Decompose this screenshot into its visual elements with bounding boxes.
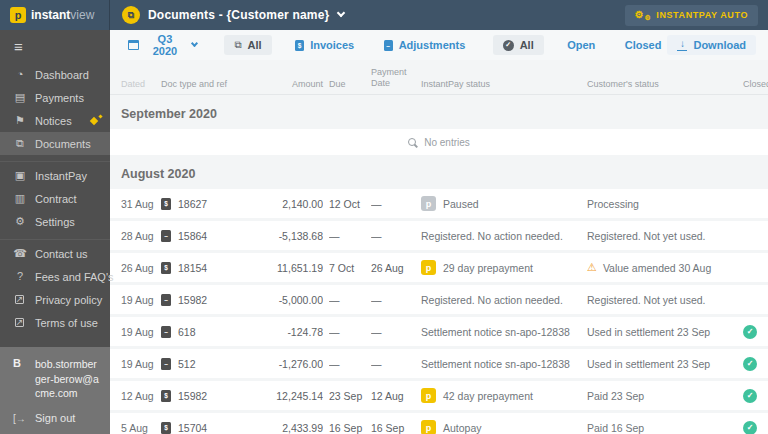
row-doc-ref: $18154 (161, 262, 261, 274)
status-filter-open[interactable]: Open (561, 35, 601, 55)
sidebar-item-terms-of-use[interactable]: ↗Terms of use (0, 311, 110, 334)
type-filter-invoices[interactable]: $ Invoices (289, 35, 360, 55)
row-due: — (329, 294, 365, 306)
section-title-august: August 2020 (110, 155, 768, 189)
row-customer-status: Used in settlement 23 Sep (587, 358, 737, 370)
sidebar-item-notices[interactable]: ⚑Notices (0, 109, 110, 132)
sidebar-item-label: Documents (35, 138, 91, 150)
status-filter-all[interactable]: ✓ All (493, 35, 544, 55)
sidebar-item-fees-and-faq-s[interactable]: ?Fees and FAQ's (0, 265, 110, 288)
documents-icon: ⧉ (13, 138, 27, 149)
settings-icon: ⚙ (13, 216, 27, 227)
instantpay-gray-p-icon: p (421, 196, 436, 211)
sidebar-item-instantpay[interactable]: ▣InstantPay (0, 164, 110, 187)
row-dated: 19 Aug (121, 294, 155, 306)
gears-icon: ⚙⚙ (635, 10, 651, 21)
chevron-down-icon (191, 40, 198, 47)
contract-icon: ▥ (13, 193, 27, 204)
row-ref: 18627 (178, 198, 207, 210)
row-due: — (329, 230, 365, 242)
type-filter-adjustments-label: Adjustments (399, 39, 466, 51)
row-amount: -5,138.68 (267, 230, 323, 242)
row-customer-status: Paid 23 Sep (587, 390, 737, 402)
external-link-icon: ↗ (15, 318, 24, 327)
row-amount: -124.78 (267, 326, 323, 338)
table-row[interactable]: 31 Aug$186272,140.0012 Oct—pPausedProces… (110, 189, 768, 218)
table-row[interactable]: 19 Aug–618-124.78——Settlement notice sn-… (110, 317, 768, 346)
instantpay-auto-button[interactable]: ⚙⚙ INSTANTPAY AUTO (625, 5, 758, 26)
row-due: — (329, 326, 365, 338)
row-ref: 618 (178, 326, 196, 338)
row-customer-status: Used in settlement 23 Sep (587, 326, 737, 338)
payments-icon: ▤ (13, 92, 27, 103)
instantpay-yellow-p-icon: p (421, 420, 436, 434)
download-button[interactable]: ↓ Download (667, 35, 756, 55)
row-amount: 2,140.00 (267, 198, 323, 210)
header-instantpay-status: InstantPay status (421, 79, 581, 89)
invoice-file-icon: $ (161, 422, 171, 434)
table-row[interactable]: 26 Aug$1815411,651.197 Oct26 Augp29 day … (110, 253, 768, 282)
adjustment-file-icon: – (384, 40, 393, 51)
row-dated: 5 Aug (121, 422, 155, 434)
row-instantpay-status: pPaused (421, 196, 581, 211)
invoice-file-icon: $ (161, 198, 171, 210)
row-doc-ref: –512 (161, 358, 261, 370)
sidebar-item-settings[interactable]: ⚙Settings (0, 210, 110, 233)
row-dated: 12 Aug (121, 390, 155, 402)
dashboard-icon: ◔ (13, 69, 27, 80)
table-row[interactable]: 19 Aug–512-1,276.00——Settlement notice s… (110, 349, 768, 378)
brand-logo[interactable]: p instantview (0, 0, 110, 30)
row-amount: 12,245.14 (267, 390, 323, 402)
sidebar-item-contact-us[interactable]: ☎Contact us (0, 242, 110, 265)
header-payment-date: Payment Date (371, 67, 415, 90)
header-doc-type: Doc type and ref (161, 79, 261, 89)
avatar: B (13, 357, 27, 400)
app-window: p instantview ⧉ Documents - {Customer na… (0, 0, 768, 434)
flag-icon: ⚑ (13, 115, 27, 126)
status-filter-open-label: Open (567, 39, 595, 51)
sidebar-item-dashboard[interactable]: ◔Dashboard (0, 63, 110, 86)
row-instantpay-status: pAutopay (421, 420, 581, 434)
sidebar-item-label: Settings (35, 216, 75, 228)
row-ref: 15982 (178, 294, 207, 306)
row-doc-ref: $15704 (161, 422, 261, 434)
status-filter-closed[interactable]: Closed (619, 35, 668, 55)
table-row[interactable]: 5 Aug$157042,433.9916 Sep16 SeppAutopayP… (110, 413, 768, 434)
sidebar-item-contract[interactable]: ▥Contract (0, 187, 110, 210)
row-due: — (329, 358, 365, 370)
period-label: Q3 2020 (145, 33, 186, 57)
header-amount: Amount (267, 79, 323, 89)
closed-check-icon: ✓ (743, 325, 757, 339)
sidebar-item-privacy-policy[interactable]: ↗Privacy policy (0, 288, 110, 311)
page-title: Documents - {Customer name} (148, 8, 329, 22)
row-ref: 15704 (178, 422, 207, 434)
row-payment-date: 26 Aug (371, 262, 415, 274)
type-filter-invoices-label: Invoices (310, 39, 354, 51)
row-doc-ref: $15982 (161, 390, 261, 402)
row-payment-date: 12 Aug (371, 390, 415, 402)
table-row[interactable]: 28 Aug–15864-5,138.68——Registered. No ac… (110, 221, 768, 250)
row-dated: 28 Aug (121, 230, 155, 242)
sparkles-icon (90, 115, 102, 127)
hamburger-menu-icon[interactable]: ≡ (0, 30, 110, 61)
row-doc-ref: –15864 (161, 230, 261, 242)
type-filter-adjustments[interactable]: – Adjustments (378, 35, 472, 55)
phone-icon: ☎ (13, 248, 27, 259)
brand-logo-icon: p (10, 7, 26, 23)
instantpay-auto-label: INSTANTPAY AUTO (656, 10, 748, 20)
sidebar-item-payments[interactable]: ▤Payments (0, 86, 110, 109)
sidebar-item-label: Contract (35, 193, 77, 205)
copy-icon: ⧉ (234, 39, 241, 51)
instantpay-yellow-p-icon: p (421, 388, 436, 403)
row-instantpay-status: Registered. No action needed. (421, 230, 581, 242)
rows-august: 31 Aug$186272,140.0012 Oct—pPausedProces… (110, 189, 768, 434)
sign-out-button[interactable]: [→ Sign out (13, 412, 102, 424)
period-filter-dropdown[interactable]: Q3 2020 (122, 29, 203, 61)
table-row[interactable]: 12 Aug$1598212,245.1423 Sep12 Augp42 day… (110, 381, 768, 410)
type-filter-all[interactable]: ⧉ All (224, 35, 271, 55)
table-row[interactable]: 19 Aug–15982-5,000.00——Registered. No ac… (110, 285, 768, 314)
chevron-down-icon[interactable] (337, 9, 345, 17)
row-instantpay-status: Settlement notice sn-apo-12838 (421, 326, 581, 338)
adjustment-file-icon: – (161, 326, 171, 338)
sidebar-item-documents[interactable]: ⧉Documents (0, 132, 110, 155)
